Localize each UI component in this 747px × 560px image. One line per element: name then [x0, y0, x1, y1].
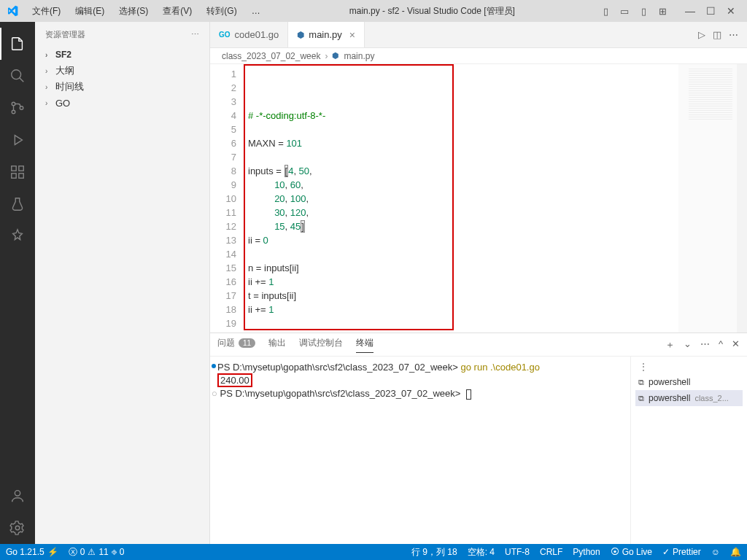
new-terminal-icon[interactable]: ＋ — [665, 338, 675, 351]
code-line[interactable] — [248, 247, 678, 261]
status-go-version[interactable]: Go 1.21.5 ⚡ — [6, 547, 58, 557]
menu-goto[interactable]: 转到(G) — [201, 3, 242, 20]
code-line[interactable]: 30, 120, — [248, 206, 678, 219]
status-language[interactable]: Python — [573, 547, 600, 557]
code-line[interactable]: 15, 45] — [248, 219, 678, 233]
tab-code01-go[interactable]: GO code01.go — [210, 22, 288, 47]
code-line[interactable]: # -*-coding:utf-8-*- — [248, 109, 678, 122]
terminal-cursor — [466, 389, 471, 400]
svg-point-2 — [12, 110, 15, 114]
code-line[interactable] — [248, 150, 678, 164]
toggle-panel-icon[interactable]: ▭ — [617, 4, 632, 18]
sidebar-more-icon[interactable]: ⋯ — [191, 30, 199, 39]
panel-tab-problems[interactable]: 问题 11 — [217, 337, 255, 352]
run-icon[interactable]: ▷ — [698, 29, 705, 40]
split-editor-icon[interactable]: ◫ — [713, 29, 721, 40]
tree-item-sf2[interactable]: ›SF2 — [35, 47, 209, 63]
code-content[interactable]: # -*-coding:utf-8-*- MAXN = 101 inputs =… — [248, 64, 678, 332]
main-area: 资源管理器 ⋯ ›SF2 ›大纲 ›时间线 ›GO GO code01.go ⬢… — [0, 22, 747, 544]
chevron-right-icon: › — [325, 51, 328, 61]
menu-edit[interactable]: 编辑(E) — [69, 3, 110, 20]
svg-rect-6 — [19, 174, 23, 178]
activity-extensions-icon[interactable] — [0, 156, 35, 188]
breadcrumb[interactable]: class_2023_07_02_week › ⬢ main.py — [210, 48, 747, 64]
terminal-output[interactable]: PS D:\mysetup\gopath\src\sf2\class_2023_… — [210, 357, 630, 544]
window-controls: — ☐ ✕ — [680, 0, 741, 22]
activity-account-icon[interactable] — [0, 480, 35, 512]
title-bar: 文件(F) 编辑(E) 选择(S) 查看(V) 转到(G) … main.py … — [0, 0, 747, 22]
close-button[interactable]: ✕ — [721, 0, 741, 22]
tree-item-timeline[interactable]: ›时间线 — [35, 79, 209, 95]
code-line[interactable]: inputs = [4, 50, — [248, 164, 678, 178]
menu-view[interactable]: 查看(V) — [157, 3, 198, 20]
minimize-button[interactable]: — — [680, 0, 700, 22]
activity-scm-icon[interactable] — [0, 92, 35, 124]
svg-point-8 — [15, 491, 20, 496]
toggle-primary-sidebar-icon[interactable]: ▯ — [598, 4, 613, 18]
panel-more-icon[interactable]: ⋯ — [700, 338, 710, 351]
sidebar-title: 资源管理器 — [45, 29, 85, 40]
code-line[interactable]: 10, 60, — [248, 178, 678, 192]
status-bell-icon[interactable]: 🔔 — [730, 547, 741, 557]
panel-tab-debug[interactable]: 调试控制台 — [299, 337, 343, 352]
status-bar: Go 1.21.5 ⚡ ⓧ0 ⚠11 ⎆0 行 9，列 18 空格: 4 UTF… — [0, 544, 747, 560]
toggle-secondary-sidebar-icon[interactable]: ▯ — [636, 4, 651, 18]
svg-rect-4 — [12, 166, 16, 171]
code-line[interactable]: ii += 1 — [248, 275, 678, 289]
activity-settings-icon[interactable] — [0, 512, 35, 544]
code-line[interactable]: ii = 0 — [248, 233, 678, 247]
panel-maximize-icon[interactable]: ^ — [719, 338, 723, 351]
warning-icon: ⚠ — [88, 547, 96, 557]
status-golive[interactable]: ⦿Go Live — [611, 547, 652, 557]
chevron-right-icon: › — [45, 83, 55, 91]
menu-file[interactable]: 文件(F) — [26, 3, 66, 20]
vertical-scrollbar[interactable] — [737, 64, 747, 332]
ports-icon: ⎆ — [112, 547, 117, 557]
python-file-icon: ⬢ — [297, 30, 304, 40]
activity-debug-icon[interactable] — [0, 124, 35, 156]
menu-more[interactable]: … — [246, 4, 266, 18]
panel-tab-terminal[interactable]: 终端 — [356, 337, 374, 353]
terminal-instance-1[interactable]: ⧉ powershell — [635, 374, 743, 390]
code-line[interactable]: mv = [[0, 0] for _ in range(MAXN)] — [248, 330, 678, 332]
status-feedback-icon[interactable]: ☺ — [711, 547, 720, 557]
status-encoding[interactable]: UTF-8 — [505, 547, 530, 557]
maximize-button[interactable]: ☐ — [700, 0, 721, 22]
menu-select[interactable]: 选择(S) — [113, 3, 154, 20]
status-indent[interactable]: 空格: 4 — [468, 546, 495, 559]
panel-close-icon[interactable]: ✕ — [732, 338, 740, 351]
minimap[interactable] — [678, 64, 737, 332]
editor-more-icon[interactable]: ⋯ — [729, 29, 738, 40]
status-eol[interactable]: CRLF — [540, 547, 562, 557]
activity-test-icon[interactable] — [0, 188, 35, 220]
code-line[interactable]: 20, 100, — [248, 192, 678, 206]
code-line[interactable]: n = inputs[ii] — [248, 261, 678, 275]
tab-main-py[interactable]: ⬢ main.py × — [288, 22, 365, 47]
panel-tab-output[interactable]: 输出 — [268, 337, 286, 352]
layout-controls: ▯ ▭ ▯ ⊞ — [598, 4, 670, 18]
svg-rect-7 — [19, 166, 23, 171]
customize-layout-icon[interactable]: ⊞ — [655, 4, 670, 18]
status-cursor-pos[interactable]: 行 9，列 18 — [411, 546, 457, 559]
tree-item-go[interactable]: ›GO — [35, 95, 209, 111]
window-title: main.py - sf2 - Visual Studio Code [管理员] — [269, 5, 595, 18]
code-line[interactable]: MAXN = 101 — [248, 136, 678, 150]
status-problems[interactable]: ⓧ0 ⚠11 ⎆0 — [69, 546, 125, 559]
terminal-dropdown-icon[interactable]: ⌄ — [684, 338, 692, 351]
editor-area[interactable]: 12345678910111213141516171819 # -*-codin… — [210, 64, 747, 332]
terminal-icon: ⧉ — [638, 394, 644, 403]
code-line[interactable] — [248, 122, 678, 136]
terminal-instance-2[interactable]: ⧉ powershell class_2... — [635, 390, 743, 406]
python-file-icon: ⬢ — [332, 51, 339, 61]
svg-point-9 — [15, 526, 20, 530]
activity-explorer-icon[interactable] — [0, 28, 35, 60]
status-prettier[interactable]: ✓Prettier — [662, 547, 701, 557]
code-line[interactable] — [248, 316, 678, 330]
tab-close-icon[interactable]: × — [349, 29, 355, 41]
tree-item-outline[interactable]: ›大纲 — [35, 63, 209, 79]
code-line[interactable]: t = inputs[ii] — [248, 289, 678, 303]
activity-search-icon[interactable] — [0, 60, 35, 92]
activity-extra-icon[interactable] — [0, 220, 35, 252]
svg-rect-5 — [12, 174, 16, 178]
code-line[interactable]: ii += 1 — [248, 303, 678, 316]
